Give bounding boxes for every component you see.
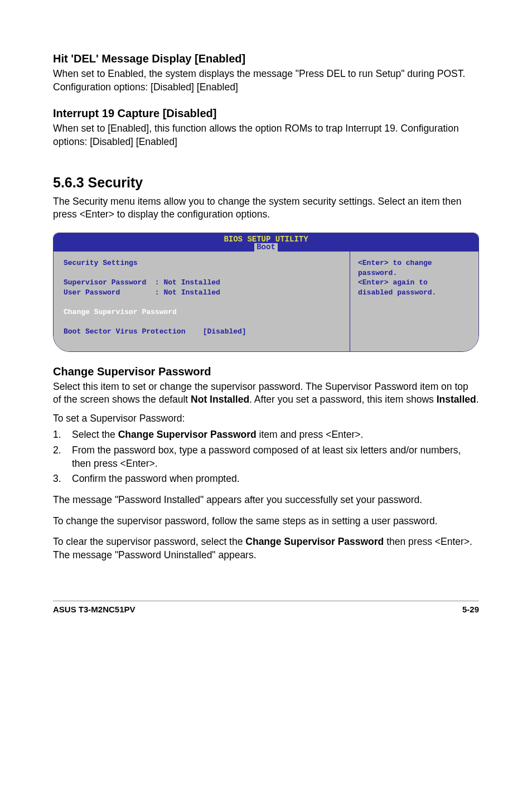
bios-help-l2: password. [358,268,471,278]
bios-boot-sector-row: Boot Sector Virus Protection [Disabled] [64,327,340,337]
text-fragment: . [476,394,479,405]
heading-del-message: Hit 'DEL' Message Display [Enabled] [53,52,479,65]
list-item: 3. Confirm the password when prompted. [53,472,479,486]
bios-help-l4: disabled password. [358,288,471,298]
list-text: From the password box, type a password c… [72,444,479,470]
list-number: 3. [53,472,72,486]
bios-boot-sector-value: [Disabled] [203,327,246,336]
footer-page-number: 5-29 [462,605,479,614]
paragraph-change-same-steps: To change the supervisor password, follo… [53,515,479,528]
bold-installed: Installed [437,394,476,405]
bios-left-panel: Security Settings Supervisor Password : … [54,252,350,351]
text-fragment: To clear the supervisor password, select… [53,536,245,547]
bios-tab-boot: Boot [254,243,278,252]
bios-body: Security Settings Supervisor Password : … [54,252,478,351]
bold-change-supervisor: Change Supervisor Password [118,429,257,440]
bold-change-supervisor2: Change Supervisor Password [245,536,384,547]
list-item: 2. From the password box, type a passwor… [53,444,479,470]
bold-not-installed: Not Installed [191,394,249,405]
page-content: Hit 'DEL' Message Display [Enabled] When… [0,0,532,636]
bios-boot-sector-label: Boot Sector Virus Protection [64,327,185,336]
bios-blank [64,268,340,278]
paragraph-clear-password: To clear the supervisor password, select… [53,535,479,562]
bios-screenshot: BIOS SETUP UTILITY Boot Security Setting… [53,233,479,352]
list-number: 1. [53,428,72,442]
bios-title: BIOS SETUP UTILITY [224,235,308,244]
text-fragment: . After you set a password, this item sh… [249,394,437,405]
list-text: Select the Change Supervisor Password it… [72,428,363,442]
text-fragment: item and press <Enter>. [257,429,364,440]
bios-blank2 [64,297,340,307]
bios-user-value: : Not Installed [155,288,220,297]
bios-right-panel: <Enter> to change password. <Enter> agai… [350,252,478,351]
bios-blank3 [64,317,340,327]
bios-supervisor-label: Supervisor Password [64,278,146,287]
bios-user-row: User Password : Not Installed [64,288,340,298]
list-item: 1. Select the Change Supervisor Password… [53,428,479,442]
bios-title-bar: BIOS SETUP UTILITY Boot [54,233,478,252]
text-fragment: Select the [72,429,118,440]
paragraph-security-intro: The Security menu items allow you to cha… [53,195,479,221]
bios-supervisor-value: : Not Installed [155,278,220,287]
heading-change-supervisor: Change Supervisor Password [53,365,479,378]
paragraph-interrupt19: When set to [Enabled], this function all… [53,122,479,148]
paragraph-to-set: To set a Supervisor Password: [53,412,479,426]
list-number: 2. [53,444,72,470]
footer-product: ASUS T3-M2NC51PV [53,605,136,614]
heading-security: 5.6.3 Security [53,175,479,191]
paragraph-installed-msg: The message "Password Installed" appears… [53,494,479,507]
heading-interrupt19: Interrupt 19 Capture [Disabled] [53,107,479,120]
bios-user-label: User Password [64,288,120,297]
bios-change-supervisor: Change Supervisor Password [64,307,340,317]
bios-security-settings: Security Settings [64,258,340,268]
paragraph-change-supervisor: Select this item to set or change the su… [53,380,479,407]
paragraph-del-message: When set to Enabled, the system displays… [53,67,479,94]
steps-list: 1. Select the Change Supervisor Password… [53,428,479,486]
bios-supervisor-row: Supervisor Password : Not Installed [64,278,340,288]
bios-help-l3: <Enter> again to [358,278,471,288]
bios-help-l1: <Enter> to change [358,258,471,268]
page-footer: ASUS T3-M2NC51PV 5-29 [53,601,479,614]
list-text: Confirm the password when prompted. [72,472,240,486]
